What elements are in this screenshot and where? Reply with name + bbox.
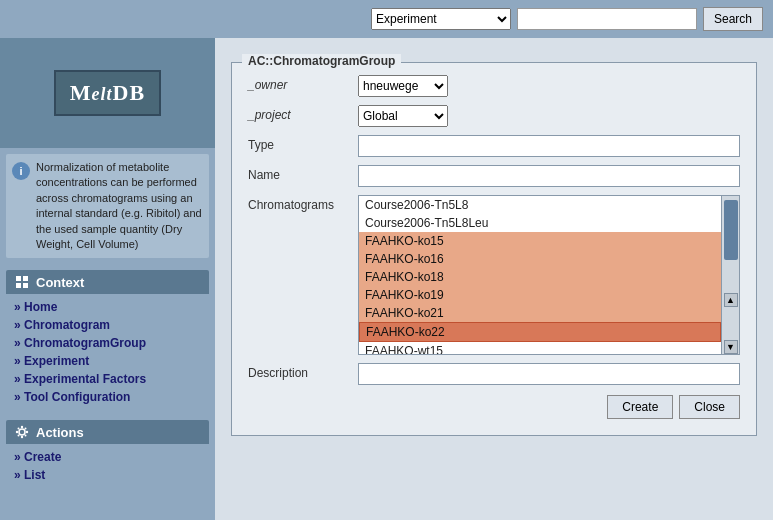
svg-point-4 [19,429,25,435]
owner-field: hneuwege [358,75,740,97]
svg-rect-3 [23,283,28,288]
svg-point-7 [16,431,18,433]
project-select[interactable]: Global [358,105,448,127]
owner-label: _owner [248,75,358,92]
chromatograms-scrollbar: ▲ ▼ [722,195,740,355]
list-item[interactable]: FAAHKO-wt15 [359,342,721,355]
info-icon: i [12,162,30,180]
project-label: _project [248,105,358,122]
description-input[interactable]: FAAHKO Knock Out chromatograms [358,363,740,385]
list-item[interactable]: FAAHKO-ko19 [359,286,721,304]
context-section: Context » Home » Chromatogram » Chromato… [6,270,209,410]
sidebar-item-experimental-factors[interactable]: » Experimental Factors [14,370,209,388]
project-row: _project Global [248,105,740,127]
close-button[interactable]: Close [679,395,740,419]
context-icon [14,274,30,290]
chromatograms-row: Chromatograms Course2006-Tn5L8 Course200… [248,195,740,355]
actions-gear-icon [14,424,30,440]
svg-rect-2 [16,283,21,288]
actions-label: Actions [36,425,84,440]
owner-select[interactable]: hneuwege [358,75,448,97]
sidebar-item-experiment[interactable]: » Experiment [14,352,209,370]
main-content: AC::ChromatogramGroup _owner hneuwege _p… [215,38,773,520]
list-item[interactable]: FAAHKO-ko21 [359,304,721,322]
top-bar: Experiment Search [0,0,773,38]
sidebar-item-chromatogram[interactable]: » Chromatogram [14,316,209,334]
form-group-title: AC::ChromatogramGroup [242,54,401,68]
scroll-thumb[interactable] [724,200,738,260]
list-item[interactable]: FAAHKO-ko18 [359,268,721,286]
scroll-up-arrow[interactable]: ▲ [724,293,738,307]
scroll-down-arrow[interactable]: ▼ [724,340,738,354]
logo-text: MeltDB [70,80,145,105]
svg-point-11 [25,428,27,430]
info-text: Normalization of metabolite concentratio… [36,160,203,252]
list-item[interactable]: FAAHKO-ko16 [359,250,721,268]
sidebar-item-chromatogramgroup[interactable]: » ChromatogramGroup [14,334,209,352]
actions-header: Actions [6,420,209,444]
type-row: Type Replicates [248,135,740,157]
experiment-select[interactable]: Experiment [371,8,511,30]
description-field: FAAHKO Knock Out chromatograms [358,363,740,385]
owner-row: _owner hneuwege [248,75,740,97]
chromatograms-list[interactable]: Course2006-Tn5L8 Course2006-Tn5L8Leu FAA… [358,195,722,355]
name-input[interactable]: FAAHKO Knock Out [358,165,740,187]
type-input[interactable]: Replicates [358,135,740,157]
type-label: Type [248,135,358,152]
name-field: FAAHKO Knock Out [358,165,740,187]
form-group-box: AC::ChromatogramGroup _owner hneuwege _p… [231,62,757,436]
name-label: Name [248,165,358,182]
list-item[interactable]: Course2006-Tn5L8Leu [359,214,721,232]
sidebar-item-home[interactable]: » Home [14,298,209,316]
list-item[interactable]: FAAHKO-ko22 [359,322,721,342]
sidebar-item-list[interactable]: » List [14,466,209,484]
logo-area: MeltDB [0,38,215,148]
svg-point-5 [21,426,23,428]
svg-rect-1 [23,276,28,281]
svg-point-9 [18,428,20,430]
search-input[interactable] [517,8,697,30]
logo-box: MeltDB [54,70,161,116]
svg-point-8 [26,431,28,433]
layout: MeltDB i Normalization of metabolite con… [0,38,773,520]
svg-rect-0 [16,276,21,281]
description-label: Description [248,363,358,380]
svg-point-12 [18,435,20,437]
sidebar-item-tool-configuration[interactable]: » Tool Configuration [14,388,209,406]
description-row: Description FAAHKO Knock Out chromatogra… [248,363,740,385]
sidebar: MeltDB i Normalization of metabolite con… [0,38,215,520]
list-item[interactable]: FAAHKO-ko15 [359,232,721,250]
create-button[interactable]: Create [607,395,673,419]
chromatograms-container: Course2006-Tn5L8 Course2006-Tn5L8Leu FAA… [358,195,740,355]
context-links: » Home » Chromatogram » ChromatogramGrou… [6,294,209,410]
name-row: Name FAAHKO Knock Out [248,165,740,187]
button-row: Create Close [248,395,740,419]
project-field: Global [358,105,740,127]
chromatograms-label: Chromatograms [248,195,358,212]
info-box: i Normalization of metabolite concentrat… [6,154,209,258]
actions-section: Actions » Create » List [6,420,209,488]
svg-point-10 [25,435,27,437]
search-button[interactable]: Search [703,7,763,31]
actions-links: » Create » List [6,444,209,488]
sidebar-item-create[interactable]: » Create [14,448,209,466]
type-field: Replicates [358,135,740,157]
chromatograms-field: Course2006-Tn5L8 Course2006-Tn5L8Leu FAA… [358,195,740,355]
context-header: Context [6,270,209,294]
context-label: Context [36,275,84,290]
list-item[interactable]: Course2006-Tn5L8 [359,196,721,214]
svg-point-6 [21,436,23,438]
